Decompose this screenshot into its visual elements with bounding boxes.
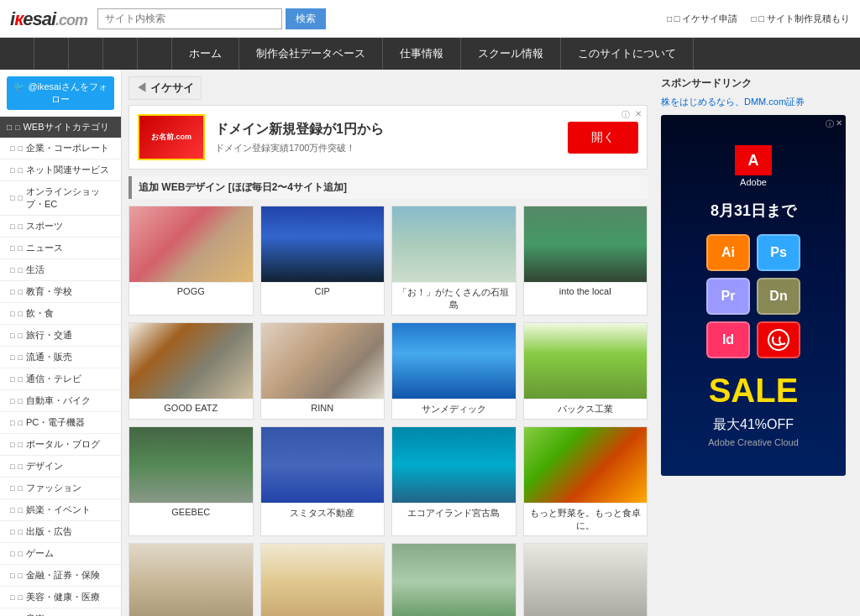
sidebar-item-19[interactable]: □金融・証券・保険: [0, 565, 121, 587]
ad-open-button[interactable]: 開く: [568, 122, 638, 154]
sidebar-item-5[interactable]: □生活: [0, 259, 121, 281]
grid-item-0-1[interactable]: CIP: [260, 206, 385, 316]
adobe-logo-text: A: [748, 152, 759, 170]
nav-item-3[interactable]: スクール情報: [461, 38, 561, 70]
grid-item-3-2[interactable]: グループホームかたばた: [391, 543, 517, 616]
nav-item-4[interactable]: このサイトについて: [561, 38, 694, 70]
grid-label-0-0: POGG: [129, 282, 253, 300]
adobe-ad-close-controls: ⓘ ✕: [826, 118, 842, 130]
search-button[interactable]: 検索: [286, 8, 326, 29]
site-logo[interactable]: iкesai.com: [10, 7, 87, 30]
sidebar-item-21[interactable]: □音楽: [0, 608, 121, 616]
thumb-2-1: [261, 427, 385, 503]
search-form: 検索: [97, 8, 383, 29]
thumb-1-3: [524, 323, 648, 399]
thumb-0-1: [261, 206, 385, 282]
sidebar-item-16[interactable]: □娯楽・イベント: [0, 499, 121, 521]
adobe-logo-container: A Adobe: [735, 145, 772, 187]
grid-label-1-2: サンメディック: [392, 399, 516, 419]
sidebar-item-6[interactable]: □教育・学校: [0, 281, 121, 303]
nav-item-0[interactable]: ホーム: [172, 38, 239, 70]
sidebar-item-10[interactable]: □通信・テレビ: [0, 368, 121, 390]
ad-close-icon[interactable]: ✕: [635, 109, 642, 118]
search-input[interactable]: [97, 8, 282, 29]
grid-item-1-2[interactable]: サンメディック: [391, 322, 517, 420]
sidebar-item-14[interactable]: □デザイン: [0, 456, 121, 478]
sidebar-item-7[interactable]: □飲・食: [0, 303, 121, 325]
thumb-0-3: [524, 206, 648, 282]
grid-label-0-2: 「お！」がたくさんの石垣島: [392, 282, 516, 315]
sidebar-item-0[interactable]: □企業・コーポレート: [0, 138, 121, 159]
grid-item-0-0[interactable]: POGG: [128, 206, 254, 316]
sidebar-item-20[interactable]: □美容・健康・医療: [0, 587, 121, 608]
twitter-follow-button[interactable]: @ikesaiさんをフォロー: [7, 76, 114, 110]
ikesai-link[interactable]: □ イケサイ申請: [667, 13, 738, 25]
app-dn: Dn: [757, 278, 800, 315]
grid-item-1-0[interactable]: GOOD EATZ: [128, 322, 254, 420]
ikesai-label: ◀ イケサイ: [128, 76, 202, 100]
thumb-1-2: [392, 323, 516, 399]
thumb-0-0: [129, 206, 253, 282]
sidebar-items: □企業・コーポレート□ネット関連サービス□オンラインショップ・EC□スポーツ□ニ…: [0, 138, 121, 616]
app-ps: Ps: [757, 234, 800, 271]
grid-label-0-3: into the local: [524, 282, 648, 300]
nav-home[interactable]: [0, 38, 34, 70]
cc-icon: [767, 328, 790, 352]
adobe-ad-info[interactable]: ⓘ: [826, 118, 834, 130]
sidebar-item-9[interactable]: □流通・販売: [0, 347, 121, 368]
sidebar-item-17[interactable]: □出版・広告: [0, 521, 121, 543]
grid-item-1-1[interactable]: RINN: [260, 322, 385, 420]
category-label: WEBサイトカテゴリ: [23, 121, 108, 133]
header-links: □ イケサイ申請 □ サイト制作見積もり: [667, 13, 850, 25]
grid-item-1-3[interactable]: パックス工業: [523, 322, 648, 420]
ad-info-icon[interactable]: ⓘ: [621, 109, 630, 121]
grid-row-3: 八屋リードグループホームかたばた清永宇蔵商店: [128, 543, 648, 616]
nav-item-1[interactable]: 制作会社データベース: [239, 38, 383, 70]
thumb-3-1: [261, 544, 385, 616]
sidebar-item-13[interactable]: □ポータル・ブログ: [0, 434, 121, 456]
nav-school[interactable]: [103, 38, 138, 70]
header: iкesai.com 検索 □ イケサイ申請 □ サイト制作見積もり: [0, 0, 860, 38]
grid-label-2-1: スミタス不動産: [261, 503, 385, 523]
nav-item-2[interactable]: 仕事情報: [383, 38, 461, 70]
sidebar-item-3[interactable]: □スポーツ: [0, 216, 121, 238]
grid-item-3-1[interactable]: リード: [260, 543, 385, 616]
section-title: 追加 WEBデザイン [ほぼ毎日2〜4サイト追加]: [128, 176, 648, 199]
adobe-brand: Adobe: [735, 177, 772, 187]
sidebar-item-4[interactable]: □ニュース: [0, 238, 121, 259]
thumb-3-2: [392, 544, 516, 616]
sidebar-item-2[interactable]: □オンラインショップ・EC: [0, 181, 121, 216]
grid-label-1-3: パックス工業: [524, 399, 648, 419]
grid-item-0-3[interactable]: into the local: [523, 206, 648, 316]
sidebar-item-18[interactable]: □ゲーム: [0, 543, 121, 565]
sale-text: SALE: [709, 372, 799, 410]
nav-companies[interactable]: [34, 38, 69, 70]
nav-about[interactable]: [138, 38, 172, 70]
sponsor-link[interactable]: 株をはじめるなら、DMM.com証券: [661, 96, 853, 108]
sidebar-item-8[interactable]: □旅行・交通: [0, 325, 121, 347]
grid-item-2-3[interactable]: もっと野菜を。もっと食卓に。: [523, 426, 648, 536]
adobe-ad: ⓘ ✕ A Adobe 8月31日まで Ai Ps: [661, 115, 846, 476]
adobe-date: 8月31日まで: [711, 201, 796, 221]
grid-item-2-0[interactable]: GEEBEC: [128, 426, 254, 536]
sidebar-item-12[interactable]: □PC・電子機器: [0, 412, 121, 434]
nav-jobs[interactable]: [69, 38, 103, 70]
grid-row-1: GOOD EATZRINNサンメディックパックス工業: [128, 322, 648, 420]
sidebar-item-11[interactable]: □自動車・バイク: [0, 390, 121, 412]
adobe-ad-close-btn[interactable]: ✕: [836, 118, 842, 130]
main-content: ◀ イケサイ ⓘ ✕ お名前.com ドメイン新規登録が1円から ドメイン登録実…: [122, 70, 654, 616]
right-sidebar: スポンサードリンク 株をはじめるなら、DMM.com証券 ⓘ ✕ A Adobe…: [654, 70, 860, 616]
estimate-link[interactable]: □ サイト制作見積もり: [751, 13, 850, 25]
grid-row-0: POGGCIP「お！」がたくさんの石垣島into the local: [128, 206, 648, 316]
grid-item-3-0[interactable]: 八屋: [128, 543, 254, 616]
sidebar-item-1[interactable]: □ネット関連サービス: [0, 159, 121, 181]
grid-item-0-2[interactable]: 「お！」がたくさんの石垣島: [391, 206, 517, 316]
grid-label-1-0: GOOD EATZ: [129, 399, 253, 416]
grid-item-2-2[interactable]: エコアイランド宮古島: [391, 426, 517, 536]
sidebar: @ikesaiさんをフォロー □ WEBサイトカテゴリ □企業・コーポレート□ネ…: [0, 70, 122, 616]
thumb-1-0: [129, 323, 253, 399]
sidebar-item-15[interactable]: □ファッション: [0, 478, 121, 499]
grid-item-3-3[interactable]: 清永宇蔵商店: [523, 543, 648, 616]
grid-label-2-3: もっと野菜を。もっと食卓に。: [524, 503, 648, 535]
grid-item-2-1[interactable]: スミタス不動産: [260, 426, 385, 536]
